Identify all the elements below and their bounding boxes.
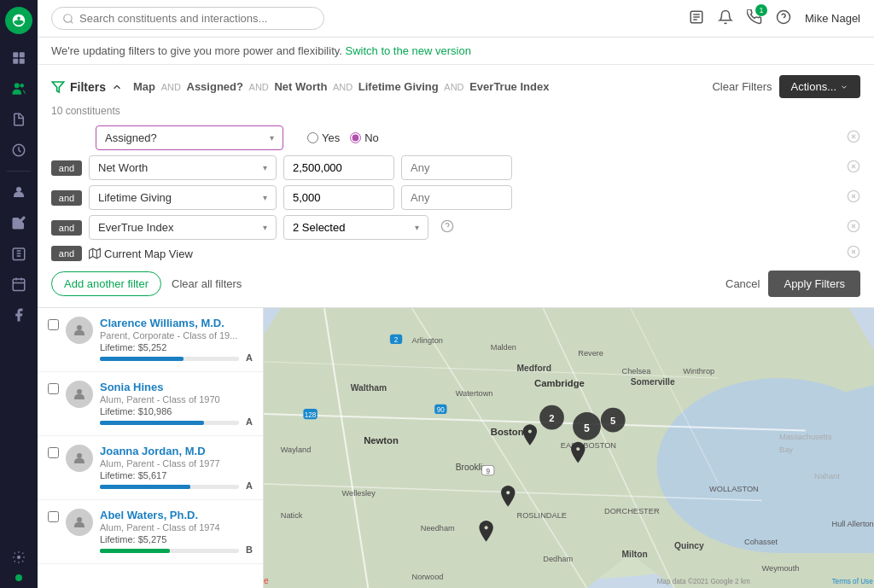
networth-min-input[interactable] [283, 155, 394, 180]
filter-chevron-icon[interactable] [111, 81, 123, 93]
no-radio-label[interactable]: No [350, 131, 379, 144]
app-logo[interactable] [5, 7, 32, 34]
progress-bar-1 [100, 357, 184, 361]
svg-text:Needham: Needham [421, 524, 455, 533]
svg-rect-1 [20, 52, 25, 57]
remove-lifetime-button[interactable] [847, 189, 860, 207]
cancel-button[interactable]: Cancel [725, 277, 760, 290]
progress-wrap-1 [100, 357, 239, 361]
yes-radio[interactable] [307, 132, 318, 143]
and-badge-lifetime: and [51, 190, 82, 206]
user-name[interactable]: Mike Nagel [805, 12, 860, 25]
filter-header: Filters Map AND Assigned? AND Net Worth … [51, 75, 860, 98]
sidebar-item-people[interactable] [5, 75, 32, 102]
remove-map-button[interactable] [847, 245, 860, 262]
filter-rows: Assigned? ▾ Yes No [51, 125, 860, 262]
remove-evertrue-button[interactable] [847, 219, 860, 236]
filter-row-map: and Current Map View [51, 245, 860, 262]
sidebar-item-dashboard[interactable] [5, 44, 32, 72]
lifetime-chevron-icon: ▾ [263, 193, 267, 202]
evertrue-dropdown[interactable]: EverTrue Index ▾ [89, 215, 277, 240]
list-item-checkbox-3[interactable] [48, 447, 59, 458]
phone-icon[interactable]: 1 [747, 9, 762, 27]
svg-text:Wellesley: Wellesley [342, 489, 376, 498]
sidebar-item-docs[interactable] [5, 240, 32, 267]
assigned-dropdown[interactable]: Assigned? ▾ [96, 125, 283, 150]
svg-rect-2 [13, 59, 18, 64]
search-box[interactable] [51, 7, 324, 30]
list-name-2[interactable]: Sonia Hines [100, 381, 253, 393]
list-name-3[interactable]: Joanna Jordan, M.D [100, 445, 253, 457]
nav-icons: 1 Mike Nagel [689, 9, 860, 27]
help-icon[interactable] [776, 9, 791, 27]
clear-all-button[interactable]: Clear all filters [172, 277, 242, 290]
tasks-icon[interactable] [689, 9, 704, 27]
sidebar-item-clock[interactable] [5, 137, 32, 164]
list-info-2: Sonia Hines Alum, Parent - Class of 1970… [100, 381, 253, 427]
search-input[interactable] [79, 12, 313, 25]
breadcrumb-lifetime: Lifetime Giving [358, 80, 439, 93]
svg-point-40 [77, 389, 82, 394]
progress-bar-4 [100, 549, 170, 553]
svg-text:Map data ©2021 Google  2 km: Map data ©2021 Google 2 km [657, 578, 751, 585]
assigned-chevron-icon: ▾ [270, 133, 274, 143]
svg-text:5: 5 [584, 422, 590, 434]
map-panel[interactable]: Malden Arlington Medford Revere Chelsea … [264, 308, 874, 588]
progress-wrap-3 [100, 485, 239, 489]
networth-dropdown[interactable]: Net Worth ▾ [89, 155, 277, 180]
list-lifetime-1: Lifetime: $5,252 [100, 342, 253, 352]
evertrue-selected-dropdown[interactable]: 2 Selected ▾ [283, 215, 428, 240]
svg-text:Watertown: Watertown [456, 389, 493, 398]
banner-link[interactable]: Switch to the new version [346, 44, 471, 57]
breadcrumb-assigned: Assigned? [187, 80, 243, 93]
list-item-checkbox-2[interactable] [48, 383, 59, 394]
evertrue-help-icon[interactable] [440, 219, 454, 236]
list-meta-2: Alum, Parent - Class of 1970 [100, 394, 253, 405]
svg-text:Norwood: Norwood [412, 573, 444, 581]
list-name-4[interactable]: Abel Waters, Ph.D. [100, 509, 253, 521]
svg-text:2: 2 [394, 336, 399, 344]
map-icon [89, 247, 101, 259]
lifetime-max-input[interactable] [401, 185, 512, 210]
evertrue-selected-count: 2 Selected [293, 221, 345, 234]
yes-radio-label[interactable]: Yes [307, 131, 340, 144]
assigned-radio-group: Yes No [307, 131, 379, 144]
svg-text:Boston: Boston [491, 427, 524, 437]
actions-label: Actions... [791, 80, 836, 93]
svg-text:2: 2 [549, 413, 554, 423]
networth-max-input[interactable] [401, 155, 512, 180]
add-filter-button[interactable]: Add another filter [51, 271, 161, 296]
status-dot [15, 574, 22, 581]
sidebar-item-edit[interactable] [5, 209, 32, 236]
filter-row-evertrue: and EverTrue Index ▾ 2 Selected ▾ [51, 215, 860, 240]
list-name-1[interactable]: Clarence Williams, M.D. [100, 317, 253, 329]
sidebar-item-reports[interactable] [5, 106, 32, 133]
lifetime-min-input[interactable] [283, 185, 394, 210]
svg-point-5 [20, 84, 25, 88]
remove-assigned-button[interactable] [847, 130, 860, 147]
sidebar-item-settings[interactable] [5, 544, 32, 571]
list-info-3: Joanna Jordan, M.D Alum, Parent - Class … [100, 445, 253, 491]
list-item-checkbox-1[interactable] [48, 319, 59, 330]
no-radio[interactable] [350, 132, 361, 143]
list-item: Clarence Williams, M.D. Parent, Corporat… [38, 308, 263, 372]
lifetime-dropdown[interactable]: Lifetime Giving ▾ [89, 185, 277, 210]
sidebar-item-user[interactable] [5, 178, 32, 206]
and-badge-map: and [51, 246, 82, 261]
sidebar-item-calendar[interactable] [5, 271, 32, 298]
filter-icon [51, 80, 65, 94]
sidebar-item-facebook[interactable] [5, 301, 32, 329]
apply-filters-button[interactable]: Apply Filters [768, 271, 860, 297]
svg-text:Natick: Natick [281, 511, 303, 520]
clear-filters-button[interactable]: Clear Filters [712, 80, 772, 93]
bell-icon[interactable] [718, 9, 733, 27]
svg-point-39 [77, 325, 82, 330]
remove-networth-button[interactable] [847, 160, 860, 177]
actions-button[interactable]: Actions... [779, 75, 860, 98]
list-info-4: Abel Waters, Ph.D. Alum, Parent - Class … [100, 509, 253, 555]
grade-4: B [246, 544, 253, 555]
progress-bar-2 [100, 421, 204, 425]
svg-text:DORCHESTER: DORCHESTER [604, 507, 660, 515]
list-item-checkbox-4[interactable] [48, 511, 59, 522]
filter-actions: Clear Filters Actions... [712, 75, 860, 98]
